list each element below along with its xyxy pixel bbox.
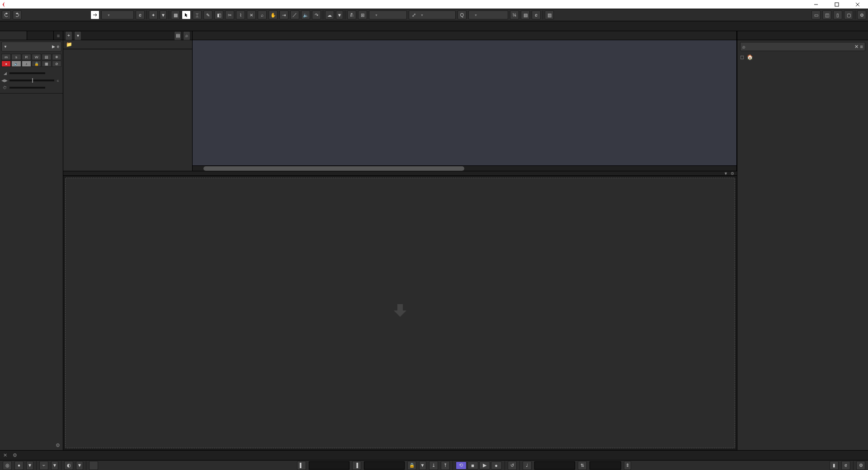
stop-button[interactable]: ■ xyxy=(467,461,478,470)
solo-button[interactable]: s xyxy=(11,54,21,60)
pan-slider[interactable] xyxy=(9,80,54,81)
glue-tool-icon[interactable]: ⌇ xyxy=(236,10,245,19)
search-options-icon[interactable]: ≡ xyxy=(860,44,863,49)
line-tool-icon[interactable]: ／ xyxy=(290,10,299,19)
tab-inspector[interactable] xyxy=(0,31,27,40)
nudge-icon[interactable]: ☁ xyxy=(325,10,334,19)
write-button[interactable]: W xyxy=(32,54,41,60)
mute-button[interactable]: m xyxy=(1,54,11,60)
goto-left-locator-icon[interactable]: ▌ xyxy=(297,461,306,470)
tracklist-view-icon[interactable]: ▤ xyxy=(174,31,181,40)
media-search[interactable]: ⌕ ✕ ≡ xyxy=(740,42,865,51)
tempo-display[interactable] xyxy=(590,461,621,470)
edit-icon[interactable]: e xyxy=(57,44,59,49)
snap-on-icon[interactable]: ⫚ xyxy=(347,10,356,19)
window-close-button[interactable] xyxy=(847,0,868,9)
volume-slider[interactable] xyxy=(9,72,45,74)
monitor-button[interactable]: 🔈 xyxy=(11,61,21,67)
color-tool-icon[interactable]: ✦ xyxy=(149,10,158,19)
inspector-options-icon[interactable]: ≡ xyxy=(54,31,63,40)
bypass-button[interactable]: ⊘ xyxy=(52,61,61,67)
lock-punch-icon[interactable]: 🔒 xyxy=(407,461,416,470)
play-tool-icon[interactable]: 🔈 xyxy=(301,10,310,19)
lower-close-icon[interactable]: ✕ xyxy=(0,451,10,460)
window-minimize-button[interactable] xyxy=(806,0,826,9)
lanes-button[interactable]: ▦ xyxy=(42,61,51,67)
play-icon[interactable]: ▶ xyxy=(52,44,55,49)
draw-tool-icon[interactable]: ✎ xyxy=(203,10,212,19)
arranger-view[interactable] xyxy=(193,31,737,171)
tempo-spinner-icon[interactable]: ⇕ xyxy=(624,461,631,470)
erase-tool-icon[interactable]: ◧ xyxy=(214,10,223,19)
lower-setup-icon[interactable]: ⚙ xyxy=(10,451,20,460)
quantize-iter-icon[interactable]: ¼ xyxy=(510,10,519,19)
pointer-tool-icon[interactable] xyxy=(182,10,191,19)
automation-mode-select[interactable] xyxy=(101,10,134,19)
snap-type-select[interactable] xyxy=(369,10,407,19)
inspector-setup[interactable]: ⚙ xyxy=(0,440,63,450)
automation-panel-icon[interactable]: e xyxy=(136,10,145,19)
timebase-button[interactable]: ♪ xyxy=(22,61,31,67)
output-meter-icon[interactable]: e xyxy=(841,461,850,470)
inspector-track-header[interactable]: ▼ ▶ e xyxy=(1,42,61,52)
autoscroll-icon[interactable] xyxy=(90,10,99,19)
tracklist-find-icon[interactable]: ⌕ xyxy=(183,31,190,40)
punch-in-icon[interactable]: ⤓ xyxy=(429,461,438,470)
marker-icon[interactable]: ▥ xyxy=(545,10,554,19)
play-button[interactable]: ▶ xyxy=(479,461,490,470)
time-format-icon[interactable]: ⇅ xyxy=(578,461,587,470)
back-icon[interactable]: ◻ xyxy=(740,54,744,60)
layout-2-icon[interactable]: ◫ xyxy=(822,10,831,19)
nudge-dropdown-icon[interactable]: ▼ xyxy=(336,10,343,19)
range-tool-icon[interactable]: ⌶ xyxy=(193,10,202,19)
timewarp-tool-icon[interactable]: ⇥ xyxy=(279,10,288,19)
color-tool-icon-2[interactable]: ↷ xyxy=(312,10,321,19)
redo-button[interactable] xyxy=(13,10,22,19)
undo-button[interactable] xyxy=(2,10,11,19)
quantize-panel-icon[interactable]: ▤ xyxy=(521,10,530,19)
snap-type-icon[interactable]: ⊞ xyxy=(358,10,367,19)
quantize-on-icon[interactable]: Q xyxy=(458,10,467,19)
arranger-h-scrollbar[interactable] xyxy=(193,165,736,171)
constrain-icon[interactable]: ◎ xyxy=(3,461,12,470)
lane-button[interactable]: ▤ xyxy=(42,54,51,60)
timeline-ruler[interactable] xyxy=(193,31,736,40)
layout-3-icon[interactable]: ▯ xyxy=(833,10,842,19)
add-track-button[interactable]: + xyxy=(65,31,72,40)
quantize-select[interactable] xyxy=(468,10,508,19)
color-dropdown-icon[interactable]: ▼ xyxy=(160,10,167,19)
tempo-track-icon[interactable]: ♩ xyxy=(523,461,532,470)
track-presets-icon[interactable]: ▾ xyxy=(74,31,81,40)
zoom-tool-icon[interactable]: ⌕ xyxy=(258,10,267,19)
record-button[interactable]: ● xyxy=(1,61,11,67)
locator-dd-icon[interactable]: ▼ xyxy=(419,461,426,470)
quantize-e-icon[interactable]: e xyxy=(532,10,541,19)
io-channels-row[interactable]: 📁 xyxy=(63,40,192,49)
transport-setup-icon[interactable]: ⚙ xyxy=(856,461,865,470)
input-meter-icon[interactable]: ▮ xyxy=(830,461,839,470)
preroll-dd-icon[interactable]: ▼ xyxy=(76,461,83,470)
loop-button[interactable]: ⟲ xyxy=(456,461,467,470)
read-button[interactable]: R xyxy=(22,54,31,60)
search-input[interactable] xyxy=(747,44,853,49)
record-button[interactable]: ● xyxy=(491,461,502,470)
retro-record-icon[interactable]: ↺ xyxy=(508,461,517,470)
click-icon[interactable]: ● xyxy=(14,461,24,470)
tab-visibility[interactable] xyxy=(27,31,54,40)
layout-4-icon[interactable]: ▢ xyxy=(844,10,853,19)
home-icon[interactable]: 🏠 xyxy=(747,54,753,60)
mute-tool-icon[interactable]: ✕ xyxy=(247,10,256,19)
lower-dropdown-icon[interactable]: ▼ xyxy=(724,171,728,176)
adapt-zoom-select[interactable]: ⤢ xyxy=(409,10,456,19)
lock-button[interactable]: 🔒 xyxy=(32,61,41,67)
tertiary-time-display[interactable] xyxy=(534,461,575,470)
secondary-time-display[interactable] xyxy=(364,461,405,470)
primary-time-display[interactable] xyxy=(309,461,349,470)
aq-button[interactable] xyxy=(89,461,98,470)
snap-toggle-icon[interactable]: ▦ xyxy=(171,10,180,19)
delay-slider[interactable] xyxy=(9,87,45,89)
split-tool-icon[interactable]: ✂ xyxy=(225,10,234,19)
punch-out-icon[interactable]: ⤒ xyxy=(441,461,450,470)
goto-right-locator-icon[interactable]: ▐ xyxy=(352,461,361,470)
clear-search-icon[interactable]: ✕ xyxy=(854,44,859,50)
